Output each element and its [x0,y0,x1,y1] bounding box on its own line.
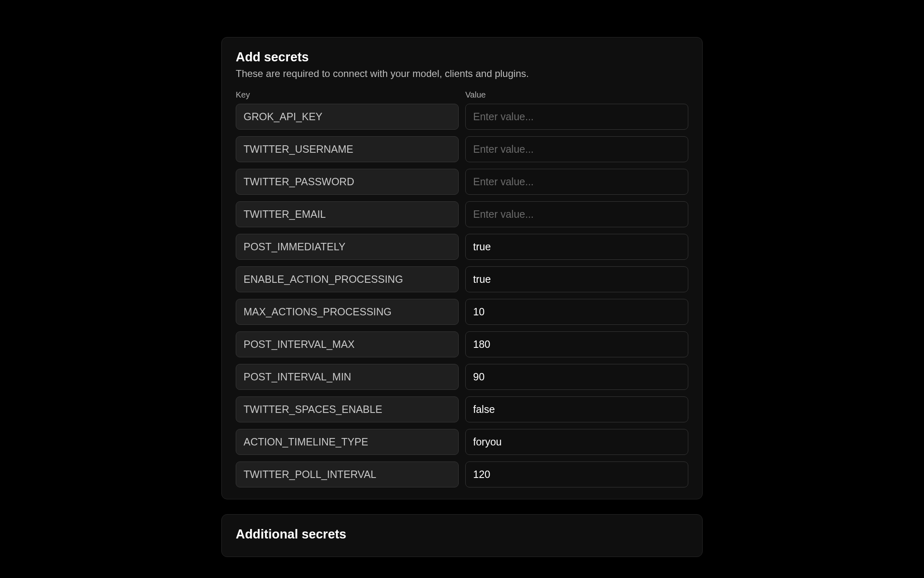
secret-key-field[interactable]: POST_INTERVAL_MAX [236,331,459,357]
secret-value-input[interactable] [465,299,688,325]
add-secrets-panel: Add secrets These are required to connec… [221,37,703,499]
panel-title: Add secrets [236,50,688,65]
secret-key-field[interactable]: TWITTER_USERNAME [236,136,459,162]
secret-row: TWITTER_USERNAME [236,136,688,162]
secret-key-field[interactable]: TWITTER_EMAIL [236,201,459,227]
secret-value-input[interactable] [465,331,688,357]
additional-secrets-panel: Additional secrets [221,514,703,557]
secret-row: ENABLE_ACTION_PROCESSING [236,266,688,292]
value-column-header: Value [465,90,688,100]
secret-rows: GROK_API_KEYTWITTER_USERNAMETWITTER_PASS… [236,104,688,487]
secret-value-input[interactable] [465,136,688,162]
secret-row: TWITTER_SPACES_ENABLE [236,396,688,422]
secret-row: POST_IMMEDIATELY [236,234,688,260]
secret-row: TWITTER_PASSWORD [236,169,688,195]
secret-row: TWITTER_EMAIL [236,201,688,227]
column-headers: Key Value [236,90,688,100]
secret-value-input[interactable] [465,396,688,422]
secret-value-input[interactable] [465,104,688,130]
secret-value-input[interactable] [465,429,688,455]
secret-row: MAX_ACTIONS_PROCESSING [236,299,688,325]
secret-key-field[interactable]: ENABLE_ACTION_PROCESSING [236,266,459,292]
secret-row: GROK_API_KEY [236,104,688,130]
secret-value-input[interactable] [465,266,688,292]
secret-row: POST_INTERVAL_MIN [236,364,688,390]
secret-value-input[interactable] [465,461,688,487]
secret-key-field[interactable]: TWITTER_POLL_INTERVAL [236,461,459,487]
secret-value-input[interactable] [465,364,688,390]
panel-title: Additional secrets [236,527,688,542]
secret-value-input[interactable] [465,201,688,227]
secret-value-input[interactable] [465,169,688,195]
key-column-header: Key [236,90,459,100]
secret-row: TWITTER_POLL_INTERVAL [236,461,688,487]
secret-key-field[interactable]: TWITTER_PASSWORD [236,169,459,195]
panel-subtitle: These are required to connect with your … [236,68,688,79]
secret-row: ACTION_TIMELINE_TYPE [236,429,688,455]
secret-key-field[interactable]: ACTION_TIMELINE_TYPE [236,429,459,455]
secret-key-field[interactable]: POST_INTERVAL_MIN [236,364,459,390]
page-wrap: Add secrets These are required to connec… [221,37,703,578]
secret-key-field[interactable]: GROK_API_KEY [236,104,459,130]
secret-value-input[interactable] [465,234,688,260]
secret-key-field[interactable]: POST_IMMEDIATELY [236,234,459,260]
secret-row: POST_INTERVAL_MAX [236,331,688,357]
secret-key-field[interactable]: TWITTER_SPACES_ENABLE [236,396,459,422]
secret-key-field[interactable]: MAX_ACTIONS_PROCESSING [236,299,459,325]
